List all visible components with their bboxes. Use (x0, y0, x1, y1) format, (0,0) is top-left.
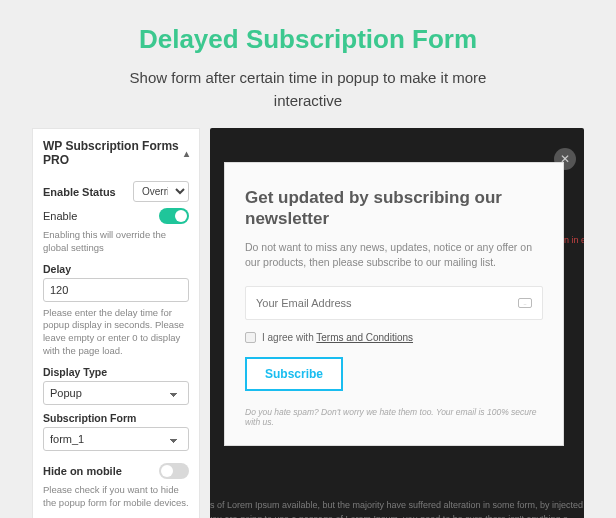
agree-row: I agree with Terms and Conditions (245, 332, 543, 343)
agree-text: I agree with Terms and Conditions (262, 332, 413, 343)
chevron-up-icon: ▴ (184, 148, 189, 159)
terms-link[interactable]: Terms and Conditions (316, 332, 413, 343)
modal-description: Do not want to miss any news, updates, n… (245, 240, 543, 270)
panel-header[interactable]: WP Subscription Forms PRO ▴ (43, 139, 189, 175)
subscription-form-label: Subscription Form (43, 412, 189, 424)
delay-label: Delay (43, 263, 189, 275)
agree-checkbox[interactable] (245, 332, 256, 343)
settings-panel: WP Subscription Forms PRO ▴ Enable Statu… (32, 128, 200, 518)
enable-toggle[interactable] (159, 208, 189, 224)
hide-mobile-hint: Please check if you want to hide the pop… (43, 484, 189, 510)
page-subtitle: Show form after certain time in popup to… (98, 67, 518, 112)
panel-title: WP Subscription Forms PRO (43, 139, 184, 167)
toggle-knob (175, 210, 187, 222)
enable-status-select[interactable]: Override (133, 181, 189, 202)
mail-icon (518, 298, 532, 308)
hide-mobile-toggle[interactable] (159, 463, 189, 479)
display-type-select[interactable]: Popup (43, 381, 189, 405)
enable-label: Enable (43, 210, 77, 222)
hide-mobile-label: Hide on mobile (43, 465, 122, 477)
subscription-form-select[interactable]: form_1 (43, 427, 189, 451)
delay-hint: Please enter the delay time for popup di… (43, 307, 189, 358)
toggle-knob (161, 465, 173, 477)
spam-note: Do you hate spam? Don't worry we hate th… (245, 407, 543, 427)
main-content: WP Subscription Forms PRO ▴ Enable Statu… (20, 128, 596, 518)
page-title: Delayed Subscription Form (20, 24, 596, 55)
delay-input[interactable] (43, 278, 189, 302)
modal-title: Get updated by subscribing our newslette… (245, 187, 543, 230)
subscribe-button[interactable]: Subscribe (245, 357, 343, 391)
bg-text: ges of Lorem Ipsum available, but the ma… (210, 498, 584, 518)
enable-status-label: Enable Status (43, 186, 116, 198)
popup-preview: or po on in e ges of Lorem Ipsum availab… (210, 128, 584, 518)
email-input[interactable] (256, 297, 518, 309)
subscribe-modal: Get updated by subscribing our newslette… (224, 162, 564, 446)
enable-hint: Enabling this will override the global s… (43, 229, 189, 255)
display-type-label: Display Type (43, 366, 189, 378)
email-field-wrapper (245, 286, 543, 320)
